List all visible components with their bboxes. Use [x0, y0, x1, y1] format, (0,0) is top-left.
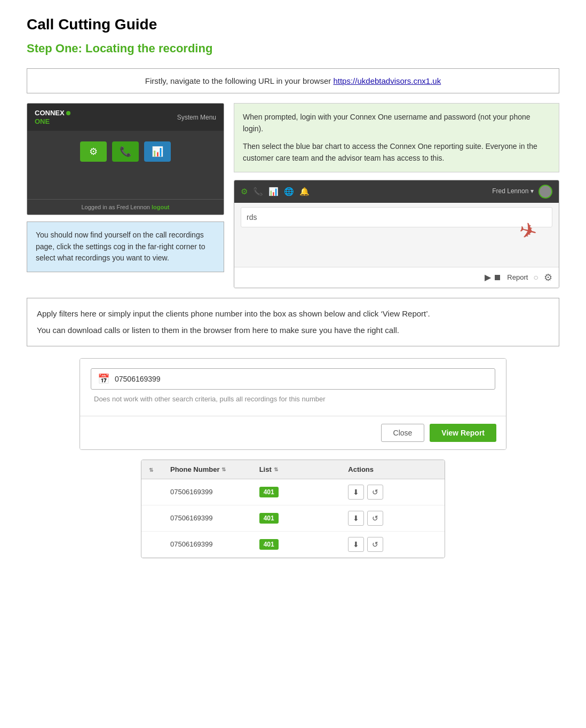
calendar-icon: 📅 — [98, 373, 109, 385]
connex-header: CONNEX ONE System Menu — [27, 104, 224, 131]
row-list: 401 — [259, 487, 349, 497]
connex-logo: CONNEX ONE — [35, 109, 70, 125]
connex2-username: Fred Lennon — [492, 187, 528, 195]
col-phone-label: Phone Number — [170, 465, 219, 473]
connex2-body: rds ✈ — [234, 203, 559, 267]
search-input-row: 📅 07506169399 — [91, 368, 495, 390]
row-actions: ⬇ ↺ — [348, 537, 437, 552]
step-title: Step One: Locating the recording — [27, 42, 559, 56]
connex-footer: Logged in as Fred Lennon logout — [27, 199, 224, 215]
connex2-settings-icon: ⚙ — [241, 187, 248, 196]
list-badge: 401 — [259, 539, 279, 550]
table-row: 07506169399 401 ⬇ ↺ — [141, 532, 445, 558]
play-button[interactable]: ↺ — [367, 485, 383, 500]
sort-arrows-phone-icon: ⇅ — [221, 466, 226, 472]
blue-info-text: You should now find yourself on the call… — [36, 231, 205, 262]
connex2-topbar: ⚙ 📞 📊 🌐 🔔 Fred Lennon ▾ — [234, 180, 559, 203]
step1-content: CONNEX ONE System Menu ⚙ 📞 📊 Logged in a… — [27, 103, 559, 288]
col-header-phone: Phone Number ⇅ — [170, 465, 259, 473]
row-phone: 07506169399 — [170, 514, 259, 522]
row-actions: ⬇ ↺ — [348, 511, 437, 526]
logo-line2: ONE — [35, 117, 50, 125]
connex2-avatar — [539, 185, 552, 199]
row-list: 401 — [259, 539, 349, 550]
search-ui-mockup: 📅 07506169399 Does not work with other s… — [80, 358, 506, 450]
download-button[interactable]: ⬇ — [348, 485, 364, 500]
footer-link[interactable]: logout — [152, 204, 170, 210]
settings-cog-icon[interactable]: ⚙ — [544, 272, 552, 283]
connex2-globe-icon: 🌐 — [284, 187, 294, 196]
filter-notice-line2: You can download calls or listen to them… — [37, 323, 549, 337]
play-icon: ▶ ⏹ — [485, 272, 502, 282]
connex2-chart-icon: 📊 — [268, 187, 279, 196]
right-column: When prompted, login with your Connex On… — [234, 103, 559, 288]
sort-arrows-icon: ⇅ — [149, 467, 153, 473]
view-report-button[interactable]: View Report — [430, 424, 496, 442]
connex2-phone-icon: 📞 — [253, 187, 263, 196]
play-button[interactable]: ↺ — [367, 537, 383, 552]
row-phone: 07506169399 — [170, 540, 259, 548]
results-table-header: ⇅ Phone Number ⇅ List ⇅ Actions — [141, 460, 445, 479]
list-badge: 401 — [259, 487, 279, 497]
connex2-user-label: Fred Lennon ▾ — [492, 185, 552, 199]
phone-input[interactable]: 07506169399 — [115, 375, 488, 383]
left-column: CONNEX ONE System Menu ⚙ 📞 📊 Logged in a… — [27, 103, 224, 288]
play-button[interactable]: ↺ — [367, 511, 383, 526]
col-header-list: List ⇅ — [259, 465, 349, 473]
col-list-label: List — [259, 465, 272, 473]
connex2-screenshot: ⚙ 📞 📊 🌐 🔔 Fred Lennon ▾ rds ✈ — [234, 180, 559, 288]
blue-info-box: You should now find yourself on the call… — [27, 221, 224, 272]
green-info-line2: Then select the blue bar chart to access… — [243, 140, 550, 164]
connex2-rds-text: rds — [241, 207, 552, 227]
row-list: 401 — [259, 513, 349, 524]
connex-icons-row: ⚙ 📞 📊 — [27, 131, 224, 172]
report-label: Report — [507, 273, 528, 281]
table-row: 07506169399 401 ⬇ ↺ — [141, 505, 445, 532]
chart-icon-btn[interactable]: 📊 — [144, 141, 171, 162]
filter-notice-line1: Apply filters here or simply input the c… — [37, 307, 549, 321]
footer-text: Logged in as Fred Lennon — [81, 204, 149, 210]
col-header-actions: Actions — [348, 465, 437, 473]
table-row: 07506169399 401 ⬇ ↺ — [141, 479, 445, 505]
connex2-notification-icon: 🔔 — [299, 187, 310, 196]
col-actions-label: Actions — [348, 465, 374, 473]
search-hint-text: Does not work with other search criteria… — [91, 395, 495, 403]
row-phone: 07506169399 — [170, 488, 259, 496]
green-info-line1: When prompted, login with your Connex On… — [243, 111, 550, 135]
list-badge: 401 — [259, 513, 279, 524]
connex2-bottom-bar: ▶ ⏹ Report ○ ⚙ — [234, 267, 559, 288]
green-info-box: When prompted, login with your Connex On… — [234, 103, 559, 172]
close-button[interactable]: Close — [381, 424, 425, 442]
settings-icon-btn[interactable]: ⚙ — [80, 141, 107, 162]
url-box: Firstly, navigate to the following URL i… — [27, 68, 559, 93]
url-link[interactable]: https://ukdebtadvisors.cnx1.uk — [333, 76, 441, 85]
system-menu-label: System Menu — [177, 114, 216, 121]
sort-arrows-list-icon: ⇅ — [274, 466, 278, 472]
search-ui-body: 📅 07506169399 Does not work with other s… — [80, 359, 506, 416]
logo-line1: CONNEX — [35, 109, 65, 117]
connex-screenshot: CONNEX ONE System Menu ⚙ 📞 📊 Logged in a… — [27, 103, 224, 215]
search-ui-footer: Close View Report — [80, 416, 506, 449]
logo-dot-icon — [66, 111, 70, 115]
connex2-icons: ⚙ 📞 📊 🌐 🔔 — [241, 187, 310, 196]
download-button[interactable]: ⬇ — [348, 537, 364, 552]
url-box-text: Firstly, navigate to the following URL i… — [145, 76, 334, 85]
results-table: ⇅ Phone Number ⇅ List ⇅ Actions 07506169… — [141, 460, 445, 558]
col-header-empty: ⇅ — [149, 465, 170, 473]
download-button[interactable]: ⬇ — [348, 511, 364, 526]
radio-btn: ○ — [533, 273, 539, 282]
phone-icon-btn[interactable]: 📞 — [112, 141, 139, 162]
page-title: Call Cutting Guide — [27, 16, 559, 33]
filter-notice: Apply filters here or simply input the c… — [27, 298, 559, 346]
row-actions: ⬇ ↺ — [348, 485, 437, 500]
